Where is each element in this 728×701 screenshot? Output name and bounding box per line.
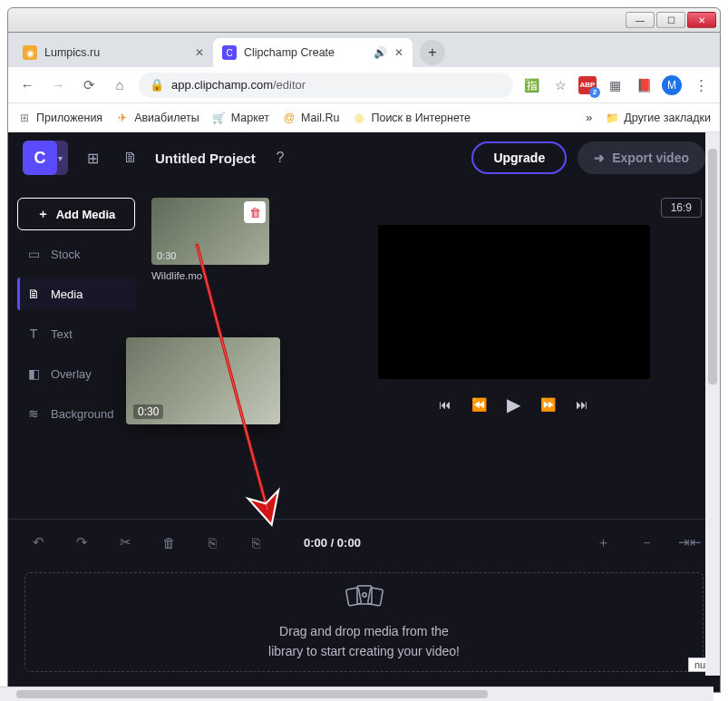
timeline-toolbar: ↶ ↷ ✂ 🗑 ⎘ ⎘ 0:00 / 0:00 ＋ － ⇥⇤ <box>24 529 704 556</box>
sidebar-item-media[interactable]: 🗎Media <box>17 277 135 310</box>
tab-close-icon[interactable]: ✕ <box>394 46 403 59</box>
bookmark-star-icon[interactable]: ☆ <box>549 74 571 96</box>
bookmark-item[interactable]: @Mail.Ru <box>282 111 339 125</box>
preview-panel: 16:9 ⏮ ⏪ ▶ ⏩ ⏭ <box>307 183 720 519</box>
bookmark-item[interactable]: ◎Поиск в Интернете <box>352 111 471 125</box>
plus-icon: ＋ <box>37 206 49 222</box>
app-logo-button[interactable]: C <box>23 141 57 175</box>
text-icon: T <box>25 326 42 341</box>
play-icon[interactable]: ▶ <box>507 394 520 415</box>
timecode: 0:00 / 0:00 <box>304 536 361 550</box>
sidebar-item-stock[interactable]: ▭Stock <box>17 238 135 270</box>
undo-button[interactable]: ↶ <box>24 529 52 556</box>
upgrade-button[interactable]: Upgrade <box>471 141 567 174</box>
window-titlebar: — ☐ ✕ <box>7 7 721 33</box>
timeline-panel: ↶ ↷ ✂ 🗑 ⎘ ⎘ 0:00 / 0:00 ＋ － ⇥⇤ Drag and … <box>8 519 720 692</box>
aspect-ratio-button[interactable]: 16:9 <box>661 198 702 218</box>
apps-button[interactable]: ⊞Приложения <box>17 111 102 125</box>
redo-button[interactable]: ↷ <box>68 529 95 556</box>
forward-button[interactable]: → <box>46 73 70 97</box>
stock-icon: ▭ <box>25 247 42 261</box>
tab-close-icon[interactable]: ✕ <box>195 46 204 59</box>
extension-icon[interactable]: ▦ <box>604 74 626 96</box>
sidebar-item-background[interactable]: ≋Background <box>17 397 135 430</box>
delete-media-button[interactable]: 🗑 <box>244 201 266 223</box>
bookmarks-overflow[interactable]: » <box>586 112 592 124</box>
file-icon[interactable]: 🗎 <box>117 144 144 171</box>
lock-icon: 🔒 <box>150 78 164 92</box>
media-icon: 🗎 <box>25 287 42 301</box>
dropzone-text: Drag and drop media from the <box>279 621 449 641</box>
sidebar-item-text[interactable]: TText <box>17 317 135 350</box>
sidebar: ＋ Add Media ▭Stock 🗎Media TText ◧Overlay… <box>8 183 144 519</box>
zoom-fit-button[interactable]: ⇥⇤ <box>676 529 704 556</box>
home-button[interactable]: ⌂ <box>108 73 131 97</box>
duplicate-button[interactable]: ⎘ <box>199 529 226 556</box>
tab-clipchamp[interactable]: C Clipchamp Create 🔊 ✕ <box>213 38 413 67</box>
bookmark-item[interactable]: ✈Авиабилеты <box>115 111 199 125</box>
dropzone-icon <box>345 582 383 613</box>
reload-button[interactable]: ⟳ <box>77 73 101 97</box>
video-preview[interactable] <box>378 225 650 379</box>
forward-icon[interactable]: ⏩ <box>540 397 556 412</box>
thumbnail-filename: Wildlife.mo <box>151 270 300 281</box>
timeline-dropzone[interactable]: Drag and drop media from the library to … <box>24 572 704 672</box>
svg-rect-2 <box>367 588 383 606</box>
profile-avatar[interactable]: M <box>662 75 682 95</box>
clipchamp-app: C ▾ ⊞ 🗎 Untitled Project ? Upgrade ➜ Exp… <box>8 132 720 692</box>
app-main: ＋ Add Media ▭Stock 🗎Media TText ◧Overlay… <box>8 183 720 519</box>
help-icon[interactable]: ? <box>267 144 294 171</box>
rewind-icon[interactable]: ⏪ <box>471 397 487 412</box>
address-bar[interactable]: 🔒 app.clipchamp.com/editor <box>139 73 513 98</box>
bookmark-item[interactable]: 🛒Маркет <box>212 111 269 125</box>
app-topbar: C ▾ ⊞ 🗎 Untitled Project ? Upgrade ➜ Exp… <box>8 132 720 183</box>
tab-audio-icon[interactable]: 🔊 <box>374 46 387 59</box>
project-title[interactable]: Untitled Project <box>155 151 256 166</box>
media-library: 🗑 0:30 Wildlife.mo 0:30 <box>144 183 307 519</box>
add-media-button[interactable]: ＋ Add Media <box>17 198 135 230</box>
zoom-in-button[interactable]: ＋ <box>589 529 616 556</box>
tab-title: Lumpics.ru <box>44 46 188 59</box>
delete-button[interactable]: 🗑 <box>155 529 182 556</box>
extension-abp-icon[interactable]: ABP <box>578 76 597 94</box>
duplicate2-button[interactable]: ⎘ <box>242 529 269 556</box>
export-icon: ➜ <box>594 151 605 165</box>
zoom-out-button[interactable]: － <box>633 529 660 556</box>
back-button[interactable]: ← <box>15 73 39 97</box>
svg-rect-1 <box>345 588 361 606</box>
url-host: app.clipchamp.com <box>171 78 273 92</box>
svg-point-3 <box>362 593 365 597</box>
skip-end-icon[interactable]: ⏭ <box>576 397 588 412</box>
favicon-icon: ◉ <box>23 45 37 60</box>
tab-lumpics[interactable]: ◉ Lumpics.ru ✕ <box>14 38 213 67</box>
new-tab-button[interactable]: + <box>420 40 445 65</box>
browser-toolbar: ← → ⟳ ⌂ 🔒 app.clipchamp.com/editor 🈯 ☆ A… <box>8 67 720 103</box>
drag-preview: 0:30 <box>126 337 280 424</box>
skip-start-icon[interactable]: ⏮ <box>439 397 451 412</box>
dropzone-text: library to start creating your video! <box>268 641 460 661</box>
window-maximize-button[interactable]: ☐ <box>656 12 685 28</box>
browser-tabs: ◉ Lumpics.ru ✕ C Clipchamp Create 🔊 ✕ + <box>8 33 720 67</box>
overlay-icon: ◧ <box>25 366 42 381</box>
background-icon: ≋ <box>25 406 42 421</box>
browser-menu-icon[interactable]: ⋮ <box>689 73 713 97</box>
url-path: /editor <box>273 78 306 92</box>
export-video-button[interactable]: ➜ Export video <box>578 141 705 174</box>
extension-pdf-icon[interactable]: 📕 <box>633 74 655 96</box>
tab-title: Clipchamp Create <box>244 46 366 59</box>
browser-window: ◉ Lumpics.ru ✕ C Clipchamp Create 🔊 ✕ + … <box>7 33 721 693</box>
media-thumbnail[interactable]: 🗑 0:30 <box>151 198 269 265</box>
sidebar-item-overlay[interactable]: ◧Overlay <box>17 357 135 390</box>
split-button[interactable]: ✂ <box>112 529 139 556</box>
other-bookmarks[interactable]: 📁Другие закладки <box>605 111 711 125</box>
translate-icon[interactable]: 🈯 <box>520 74 542 96</box>
window-minimize-button[interactable]: — <box>626 12 655 28</box>
window-close-button[interactable]: ✕ <box>687 12 716 28</box>
thumbnail-duration: 0:30 <box>157 250 176 261</box>
bookmarks-bar: ⊞Приложения ✈Авиабилеты 🛒Маркет @Mail.Ru… <box>8 103 720 132</box>
vertical-scrollbar[interactable] <box>705 132 720 676</box>
horizontal-scrollbar[interactable] <box>0 686 713 701</box>
drag-duration: 0:30 <box>133 404 163 419</box>
favicon-icon: C <box>222 45 237 60</box>
templates-icon[interactable]: ⊞ <box>79 144 106 171</box>
